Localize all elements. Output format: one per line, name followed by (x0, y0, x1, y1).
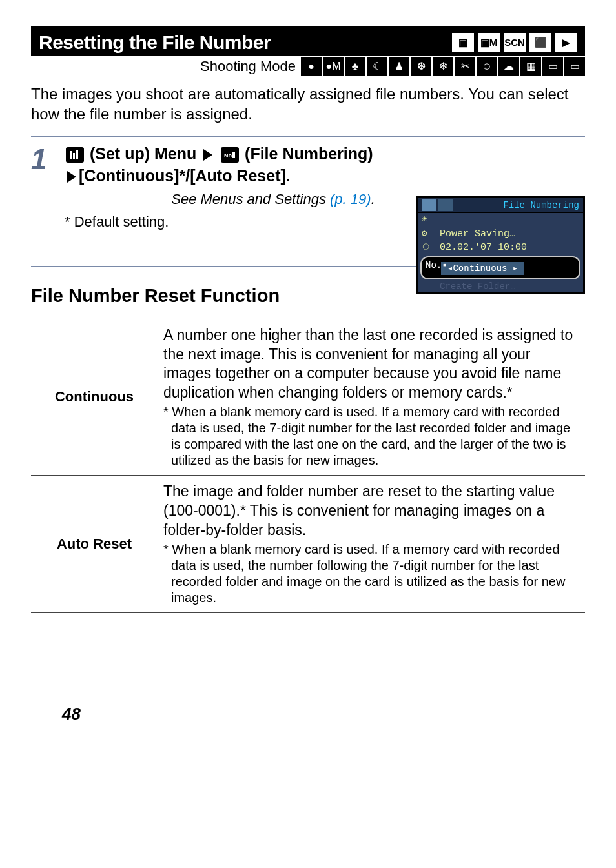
heading-part-3: [Continuous]*/[Auto Reset]. (79, 167, 291, 185)
shoot-icon: ▭ (542, 57, 563, 76)
shoot-icon: ▭ (564, 57, 585, 76)
intro-text: The images you shoot are automatically a… (31, 84, 585, 124)
shoot-icon: ♣ (345, 57, 365, 76)
ss-row: ⦵02.02.'07 10:00 (418, 241, 583, 255)
mode-icon: ▶ (555, 33, 577, 52)
shoot-icon: ☺ (477, 57, 497, 76)
ss-header: File Numbering (418, 198, 583, 213)
page-title: Resetting the File Number (39, 30, 271, 55)
mode-icon: ▣ (452, 33, 474, 52)
row-desc: A number one higher than the last one re… (158, 319, 586, 476)
setup-menu-icon (66, 147, 84, 163)
step-heading: (Set up) Menu No. (File Numbering) [Cont… (65, 143, 585, 187)
reset-function-table: Continuous A number one higher than the … (31, 319, 585, 613)
shooting-mode-row: Shooting Mode ● ●M ♣ ☾ ♟ ❆ ❄ ✂ ☺ ☁ ▦ ▭ ▭ (31, 57, 585, 76)
svg-rect-1 (73, 153, 75, 159)
see-menus-text: See Menus and Settings (171, 191, 330, 207)
shoot-icon: ●M (323, 57, 344, 76)
ss-tab-icon (438, 199, 453, 211)
mode-icon: SCN (504, 33, 526, 52)
arrow-right-icon (67, 171, 76, 183)
ss-dim-row: Create Folder… (418, 281, 583, 292)
heading-part-1: (Set up) Menu (90, 145, 196, 163)
ss-tab-icon (422, 199, 436, 211)
svg-rect-4 (232, 152, 235, 158)
svg-text:No.: No. (224, 152, 234, 159)
shoot-icon: ● (301, 57, 322, 76)
step-1-block: 1 (Set up) Menu No. (File Numbering) [Co… (31, 136, 585, 267)
shoot-icon: ♟ (389, 57, 409, 76)
file-numbering-icon: No. (221, 147, 239, 163)
shoot-icon: ☾ (367, 57, 387, 76)
numbering-icon: No.▪ (426, 259, 447, 271)
table-row: Continuous A number one higher than the … (31, 319, 585, 476)
row-desc: The image and folder number are reset to… (158, 476, 586, 613)
row-desc-foot: * When a blank memory card is used. If a… (163, 541, 580, 606)
row-desc-main: A number one higher than the last one re… (163, 326, 580, 403)
svg-rect-2 (76, 150, 78, 159)
ss-row: ⚙Power Saving… (418, 227, 583, 241)
arrow-right-icon (203, 149, 212, 161)
shoot-icon: ❆ (411, 57, 431, 76)
mode-icon: ⬛ (529, 33, 551, 52)
page-number: 48 (62, 703, 81, 725)
svg-rect-0 (70, 151, 72, 159)
shoot-icon: ☁ (498, 57, 519, 76)
row-label: Auto Reset (31, 476, 158, 613)
shoot-icon: ❄ (433, 57, 453, 76)
clock-icon: ⦵ (422, 241, 430, 253)
page-ref-link[interactable]: (p. 19) (330, 191, 371, 207)
table-row: Auto Reset The image and folder number a… (31, 476, 585, 613)
power-icon: ⚙ (422, 228, 427, 239)
ss-row: ☀ (418, 213, 583, 227)
heading-part-2: (File Numbering) (245, 145, 373, 163)
ss-highlight-row: No.▪ Continuous (420, 256, 580, 280)
shooting-mode-label: Shooting Mode (200, 57, 296, 76)
row-desc-main: The image and folder number are reset to… (163, 482, 580, 540)
ss-title: File Numbering (503, 200, 579, 210)
shoot-icon: ✂ (455, 57, 475, 76)
menu-screenshot: File Numbering ☀ ⚙Power Saving… ⦵02.02.'… (416, 196, 585, 294)
row-label: Continuous (31, 319, 158, 476)
row-desc-foot: * When a blank memory card is used. If a… (163, 404, 580, 469)
ss-highlight-value: Continuous (441, 262, 524, 275)
brightness-icon: ☀ (422, 214, 427, 225)
step-number: 1 (31, 141, 46, 177)
mode-icon: ▣M (478, 33, 500, 52)
shooting-mode-icons: ● ●M ♣ ☾ ♟ ❆ ❄ ✂ ☺ ☁ ▦ ▭ ▭ (300, 57, 585, 76)
page-title-bar: Resetting the File Number ▣ ▣M SCN ⬛ ▶ (31, 26, 585, 56)
shoot-icon: ▦ (520, 57, 541, 76)
title-icon-strip: ▣ ▣M SCN ⬛ ▶ (451, 33, 577, 52)
